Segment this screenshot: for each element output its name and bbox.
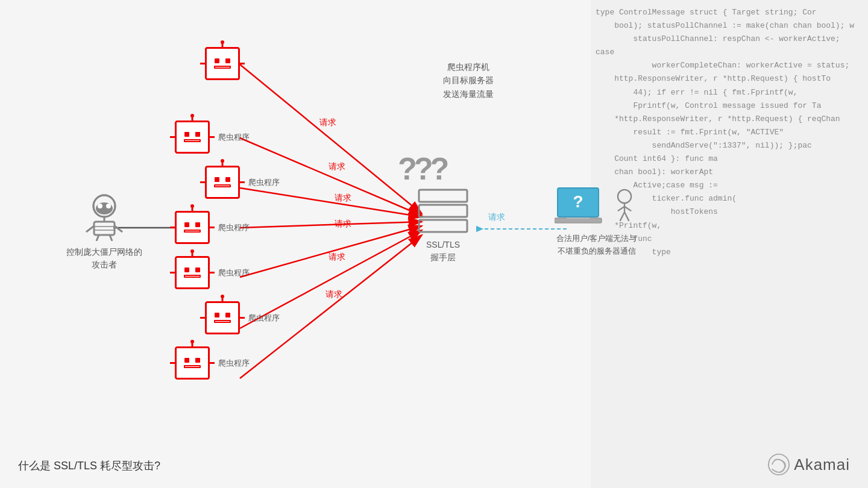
- svg-rect-25: [419, 190, 467, 202]
- code-line: workerCompleteChan: workerActive = statu…: [596, 59, 863, 72]
- code-line: Count int64 }: func ma: [596, 152, 863, 166]
- bottom-title: 什么是 SSL/TLS 耗尽型攻击?: [18, 458, 160, 473]
- code-line: statusPollChannel: respChan <- workerAct…: [596, 33, 863, 59]
- request-label-5: 请求: [329, 252, 345, 263]
- svg-rect-27: [419, 220, 467, 232]
- attacker-label: 控制庞大僵尸网络的攻击者: [66, 246, 142, 271]
- bot-5-group: 爬虫程序 爬虫程序 爬虫程序: [175, 256, 280, 380]
- akamai-text: Akamai: [794, 455, 850, 474]
- attacker: 控制庞大僵尸网络的攻击者: [66, 193, 142, 271]
- bot-label: 爬虫程序: [218, 132, 250, 143]
- code-line: bool); statusPollChannel := make(chan ch…: [596, 19, 863, 33]
- svg-line-36: [618, 207, 624, 211]
- svg-line-39: [624, 212, 629, 221]
- user-area: ? 合法用户/客户端无法与不堪重负的服务器通信: [555, 187, 638, 258]
- code-line: type ControlMessage struct { Target stri…: [596, 6, 863, 19]
- server-icon: [416, 187, 470, 235]
- svg-point-15: [98, 204, 102, 208]
- akamai-logo-icon: [767, 453, 790, 476]
- svg-rect-18: [94, 222, 115, 235]
- code-line: chan bool): workerApt: [596, 166, 863, 179]
- svg-point-13: [96, 202, 113, 214]
- robot-icon: [175, 120, 210, 154]
- attacker-icon: [83, 193, 125, 241]
- request-label-3: 请求: [335, 193, 351, 204]
- request-label-6: 请求: [326, 289, 342, 300]
- svg-line-19: [86, 226, 94, 232]
- svg-line-37: [624, 207, 631, 211]
- svg-point-16: [106, 204, 111, 208]
- robot-icon: [205, 166, 240, 199]
- bot-label: 爬虫程序: [218, 267, 250, 278]
- svg-rect-26: [419, 205, 467, 217]
- request-label-1: 请求: [319, 117, 337, 129]
- robot-icon: [205, 47, 240, 80]
- code-line: http.ResponseWriter, r *http.Request) { …: [596, 72, 863, 86]
- code-line: 44); if err != nil { fmt.Fprintf(w,: [596, 86, 863, 99]
- code-line: *http.ResponseWriter, r *http.Request) {…: [596, 113, 863, 126]
- dashed-request-label: 请求: [488, 212, 505, 223]
- request-label-2: 请求: [329, 161, 345, 172]
- user-label: 合法用户/客户端无法与不堪重负的服务器通信: [556, 233, 637, 258]
- diagram-area: 控制庞大僵尸网络的攻击者 爬虫程序: [0, 0, 591, 488]
- bot-4-group: 爬虫程序: [175, 211, 250, 244]
- robot-icon: [205, 301, 240, 334]
- robot-icon: [175, 256, 210, 289]
- svg-line-8: [240, 222, 422, 228]
- bot-2-group: 爬虫程序 爬虫程序: [175, 120, 280, 199]
- code-line: Fprintf(w, Control message issued for Ta: [596, 99, 863, 113]
- laptop-icon: ?: [555, 187, 609, 228]
- bot-label: 爬虫程序: [248, 177, 280, 188]
- svg-line-20: [115, 226, 122, 232]
- svg-rect-32: [555, 218, 602, 223]
- server-label: SSL/TLS握手层: [426, 239, 460, 264]
- akamai-logo: Akamai: [767, 453, 850, 476]
- server-block: SSL/TLS握手层: [416, 187, 470, 264]
- bot-label: 爬虫程序: [248, 313, 280, 324]
- svg-text:?: ?: [573, 192, 583, 211]
- robot-icon: [175, 211, 210, 244]
- code-line: result := fmt.Fprint(w, "ACTIVE": [596, 126, 863, 139]
- code-line: sendAndServe(":1337", nil)); };pac: [596, 139, 863, 152]
- bot-label: 爬虫程序: [218, 222, 250, 233]
- user-icon: [611, 189, 638, 228]
- user-figures: ?: [555, 187, 638, 228]
- svg-point-34: [618, 190, 631, 203]
- robot-icon: [175, 346, 210, 380]
- request-label-4: 请求: [335, 219, 351, 230]
- bot-label: 爬虫程序: [218, 358, 250, 369]
- top-label: 爬虫程序机向目标服务器发送海量流量: [443, 60, 494, 101]
- question-marks: ???: [398, 151, 446, 187]
- bot-1: [205, 47, 240, 80]
- svg-line-38: [620, 212, 624, 221]
